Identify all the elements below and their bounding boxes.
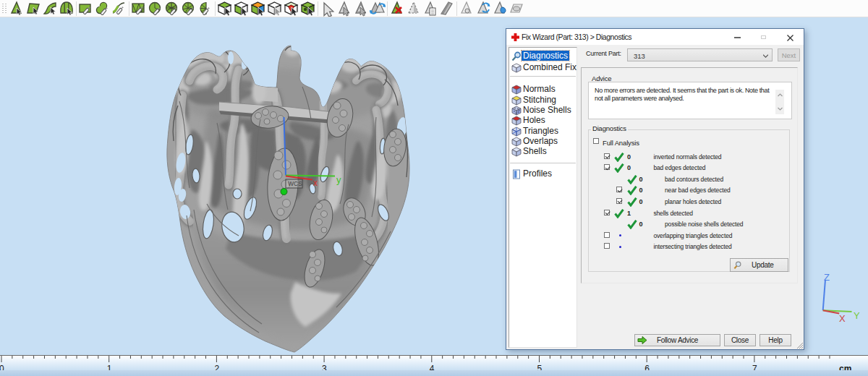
svg-text:y: y bbox=[336, 174, 341, 185]
svg-text:X: X bbox=[839, 313, 846, 324]
svg-text:WCS: WCS bbox=[288, 180, 302, 187]
svg-text:Z: Z bbox=[824, 272, 830, 283]
svg-text:x: x bbox=[313, 178, 318, 188]
svg-text:Y: Y bbox=[854, 310, 860, 321]
